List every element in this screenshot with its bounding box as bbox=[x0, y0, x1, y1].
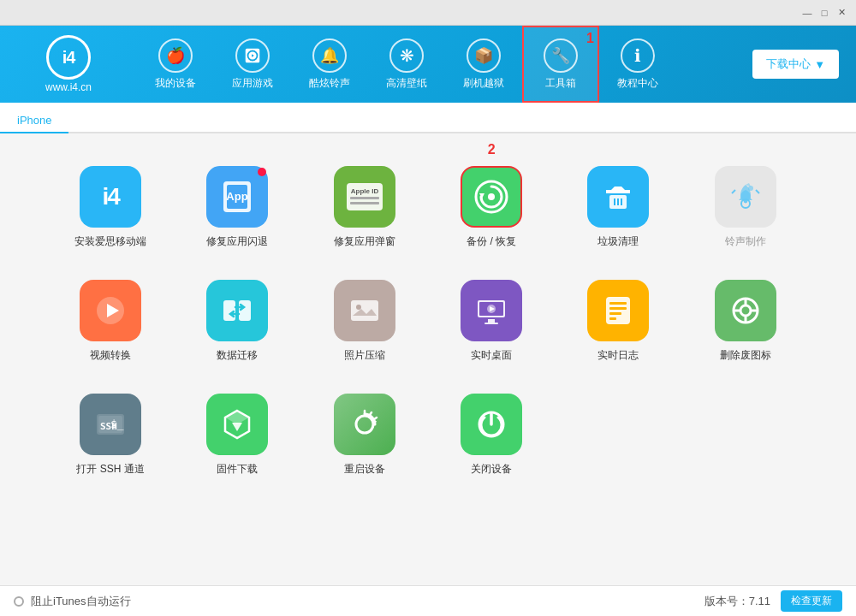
fix-crash-label: 修复应用闪退 bbox=[206, 234, 268, 249]
check-update-button[interactable]: 检查更新 bbox=[781, 590, 842, 612]
realtime-desktop-label: 实时桌面 bbox=[471, 348, 512, 363]
clean-junk-label: 垃圾清理 bbox=[597, 234, 639, 249]
nav-wallpaper[interactable]: ❋ 高清壁纸 bbox=[368, 26, 445, 103]
svg-rect-33 bbox=[609, 307, 627, 310]
nav-jailbreak[interactable]: 📦 刷机越狱 bbox=[445, 26, 522, 103]
firmware-dl-icon bbox=[206, 394, 268, 455]
svg-rect-27 bbox=[484, 323, 498, 324]
delete-icons-label: 删除废图标 bbox=[720, 348, 771, 363]
nav-wallpaper-label: 高清壁纸 bbox=[386, 76, 427, 91]
realtime-desktop-icon bbox=[461, 280, 522, 341]
app-game-icon bbox=[235, 38, 270, 73]
logo-area: i4 www.i4.cn bbox=[0, 26, 137, 103]
svg-rect-5 bbox=[350, 197, 379, 199]
nav-toolbox-label: 工具箱 bbox=[545, 76, 576, 91]
data-transfer-label: 数据迁移 bbox=[217, 348, 258, 363]
fix-crash-icon: App bbox=[206, 166, 268, 228]
minimize-button[interactable]: — bbox=[800, 5, 815, 21]
tool-ringtone-make[interactable]: 铃声制作 bbox=[687, 159, 805, 256]
ringtone-make-icon bbox=[715, 166, 776, 228]
svg-point-47 bbox=[356, 416, 373, 433]
nav-my-device-label: 我的设备 bbox=[155, 76, 196, 91]
backup-highlight-number: 2 bbox=[488, 142, 496, 157]
svg-text:Apple ID: Apple ID bbox=[351, 187, 379, 195]
tool-firmware-dl[interactable]: 固件下载 bbox=[178, 387, 296, 483]
tool-fix-popup[interactable]: Apple ID 修复应用弹窗 bbox=[306, 159, 424, 256]
ssh-tunnel-icon: SSH $_ bbox=[80, 394, 141, 455]
svg-line-50 bbox=[370, 412, 372, 415]
fix-popup-icon: Apple ID bbox=[334, 166, 395, 228]
tutorial-icon: ℹ bbox=[621, 38, 655, 73]
wallpaper-icon: ❋ bbox=[389, 38, 424, 73]
fix-popup-label: 修复应用弹窗 bbox=[334, 234, 395, 249]
itunes-label: 阻止iTunes自动运行 bbox=[31, 594, 131, 609]
backup-restore-label: 备份 / 恢复 bbox=[467, 234, 516, 249]
tool-install-ipa[interactable]: i4 安装爱思移动端 bbox=[51, 159, 169, 256]
shutdown-device-icon bbox=[461, 394, 522, 455]
svg-rect-35 bbox=[609, 317, 616, 320]
backup-restore-icon bbox=[461, 166, 522, 228]
tool-photo-compress[interactable]: 照片压缩 bbox=[306, 273, 424, 370]
logo-url: www.i4.cn bbox=[45, 81, 92, 93]
content-area: i4 安装爱思移动端 App 修复应用闪退 Apple ID bbox=[0, 133, 856, 585]
nav-my-device[interactable]: 🍎 我的设备 bbox=[137, 26, 214, 103]
svg-point-37 bbox=[740, 305, 751, 316]
nav-tutorial[interactable]: ℹ 教程中心 bbox=[599, 26, 676, 103]
svg-rect-31 bbox=[606, 297, 630, 324]
header: i4 www.i4.cn 🍎 我的设备 应用游戏 🔔 酷炫铃声 ❋ 高清壁纸 📦 bbox=[0, 26, 856, 103]
status-left: 阻止iTunes自动运行 bbox=[14, 594, 131, 609]
tool-data-transfer[interactable]: 数据迁移 bbox=[178, 273, 296, 370]
close-button[interactable]: ✕ bbox=[834, 5, 849, 21]
nav-tutorial-label: 教程中心 bbox=[617, 76, 658, 91]
svg-rect-17 bbox=[744, 200, 747, 203]
reboot-device-icon bbox=[334, 394, 395, 455]
svg-rect-26 bbox=[488, 319, 495, 323]
delete-icons-icon bbox=[715, 280, 776, 341]
ringtone-make-label: 铃声制作 bbox=[725, 234, 766, 249]
tool-video-convert[interactable]: 视频转换 bbox=[51, 273, 169, 370]
svg-rect-34 bbox=[609, 312, 621, 315]
tab-bar: iPhone bbox=[0, 103, 856, 133]
tab-iphone[interactable]: iPhone bbox=[0, 109, 68, 133]
tool-realtime-desktop[interactable]: 实时桌面 bbox=[432, 273, 550, 370]
data-transfer-icon bbox=[206, 280, 268, 341]
version-label: 版本号：7.11 bbox=[704, 594, 770, 609]
nav-toolbox[interactable]: 🔧 工具箱 1 bbox=[522, 26, 599, 103]
tool-delete-icons[interactable]: 删除废图标 bbox=[687, 273, 805, 370]
download-center-button[interactable]: 下载中心 ▼ bbox=[752, 50, 839, 79]
nav-app-game-label: 应用游戏 bbox=[232, 76, 273, 91]
svg-line-16 bbox=[756, 190, 759, 193]
svg-line-51 bbox=[374, 418, 377, 419]
svg-rect-32 bbox=[609, 302, 627, 305]
my-device-icon: 🍎 bbox=[158, 38, 193, 73]
firmware-dl-label: 固件下载 bbox=[217, 462, 258, 477]
tool-shutdown-device[interactable]: 关闭设备 bbox=[432, 387, 550, 483]
video-convert-icon bbox=[80, 280, 141, 341]
status-right: 版本号：7.11 检查更新 bbox=[704, 590, 842, 612]
title-bar: — □ ✕ bbox=[0, 0, 856, 26]
tool-reboot-device[interactable]: 重启设备 bbox=[306, 387, 424, 483]
reboot-device-label: 重启设备 bbox=[344, 462, 385, 477]
maximize-button[interactable]: □ bbox=[817, 5, 832, 21]
nav-toolbox-number: 1 bbox=[586, 31, 594, 46]
nav-ringtone[interactable]: 🔔 酷炫铃声 bbox=[291, 26, 368, 103]
video-convert-label: 视频转换 bbox=[90, 348, 131, 363]
svg-text:$_: $_ bbox=[110, 418, 124, 430]
tool-fix-crash[interactable]: App 修复应用闪退 bbox=[178, 159, 296, 256]
ringtone-icon: 🔔 bbox=[312, 38, 347, 73]
svg-rect-23 bbox=[351, 300, 378, 321]
nav-app-game[interactable]: 应用游戏 bbox=[214, 26, 291, 103]
svg-marker-46 bbox=[232, 423, 242, 431]
svg-text:App: App bbox=[227, 190, 248, 203]
svg-point-9 bbox=[488, 193, 495, 200]
tool-ssh-tunnel[interactable]: SSH $_ 打开 SSH 通道 bbox=[51, 387, 169, 483]
status-dot-icon bbox=[14, 596, 24, 607]
tool-clean-junk[interactable]: 垃圾清理 bbox=[559, 159, 677, 256]
tool-backup-restore[interactable]: 2 备份 / 恢复 bbox=[432, 159, 550, 256]
realtime-log-label: 实时日志 bbox=[597, 348, 639, 363]
realtime-log-icon bbox=[587, 280, 649, 341]
install-ipa-icon: i4 bbox=[80, 166, 141, 228]
nav-bar: 🍎 我的设备 应用游戏 🔔 酷炫铃声 ❋ 高清壁纸 📦 刷机越狱 🔧 工具箱 bbox=[137, 26, 752, 103]
svg-point-24 bbox=[356, 305, 361, 310]
tool-realtime-log[interactable]: 实时日志 bbox=[559, 273, 677, 370]
